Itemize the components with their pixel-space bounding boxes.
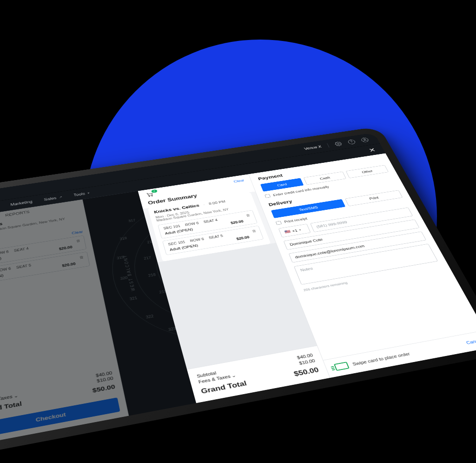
swipe-card-icon xyxy=(334,362,350,371)
account-icon[interactable] xyxy=(360,137,369,142)
trash-icon[interactable]: 🗑 xyxy=(76,239,81,243)
cart-icon[interactable]: 2 xyxy=(145,191,154,197)
payment-footer: Swipe card to place order Cancel xyxy=(323,330,476,377)
svg-point-2 xyxy=(149,196,150,197)
ticket-row: ROW 6 xyxy=(185,221,199,227)
map-sec[interactable]: 317 xyxy=(128,219,136,223)
pos-clear-link[interactable]: Clear xyxy=(72,230,84,235)
close-icon[interactable]: ✕ xyxy=(368,147,377,154)
svg-point-1 xyxy=(364,139,366,140)
checkbox-icon xyxy=(276,221,282,225)
ticket-row: ROW 6 xyxy=(0,250,9,255)
trash-icon[interactable]: 🗑 xyxy=(251,229,257,233)
trash-icon[interactable]: 🗑 xyxy=(245,213,251,217)
cart-count-badge: 2 xyxy=(151,189,158,193)
trash-icon[interactable]: 🗑 xyxy=(79,255,85,260)
venue-name: Venue X xyxy=(304,145,322,151)
ticket-seat: SEAT 4 xyxy=(14,247,29,252)
swipe-prompt: Swipe card to place order xyxy=(334,350,411,371)
ticket-price: $20.00 xyxy=(230,220,244,225)
sysbar-divider xyxy=(327,143,329,148)
order-event-time: 8:00 PM xyxy=(208,200,226,206)
order-clear-link[interactable]: Clear xyxy=(233,179,245,183)
ticket-seat: SEAT 4 xyxy=(203,218,218,223)
ticket-seat: SEAT 5 xyxy=(208,234,223,240)
app-screen: Venue X ? y Reports Marketing Sales ↗ To… xyxy=(0,133,476,445)
ticket-price: $20.00 xyxy=(236,235,250,241)
country-code-select[interactable]: 🇺🇸 +1 ▾ xyxy=(278,224,311,237)
svg-point-3 xyxy=(152,195,152,196)
ticket-price: $20.00 xyxy=(62,262,76,268)
help-icon[interactable]: ? xyxy=(347,139,356,144)
cancel-link[interactable]: Cancel xyxy=(465,338,476,345)
ticket-seat: SEAT 5 xyxy=(16,263,31,269)
swipe-label: Swipe card to place order xyxy=(352,351,411,366)
ticket-row: ROW 6 xyxy=(190,237,205,243)
ticket-price: $20.00 xyxy=(59,245,73,251)
tablet-device: Venue X ? y Reports Marketing Sales ↗ To… xyxy=(0,127,476,456)
grand-total-value: $50.00 xyxy=(293,366,320,378)
settings-icon[interactable] xyxy=(334,141,343,146)
ticket-row: ROW 6 xyxy=(0,267,11,272)
country-code-value: +1 xyxy=(291,228,298,233)
chevron-down-icon: ▾ xyxy=(298,228,302,231)
flag-icon: 🇺🇸 xyxy=(284,229,291,234)
checkbox-icon xyxy=(264,194,271,198)
grand-total-value: $50.00 xyxy=(92,383,116,394)
grand-total-label: Grand Total xyxy=(0,400,22,415)
svg-point-0 xyxy=(337,143,339,145)
print-receipt-label: Print receipt xyxy=(284,217,308,224)
